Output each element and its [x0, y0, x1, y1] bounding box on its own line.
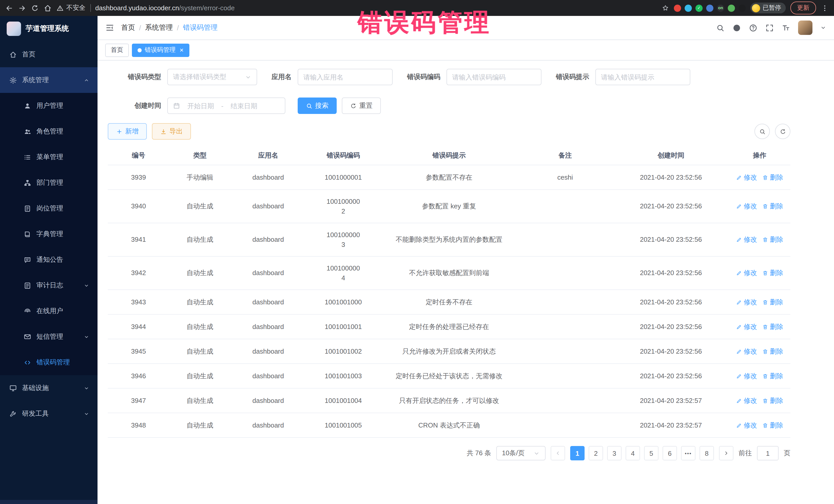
breadcrumb-item[interactable]: 系统管理 [145, 23, 173, 32]
sidebar-item-role[interactable]: 角色管理 [0, 118, 97, 144]
user-menu-caret[interactable] [820, 25, 826, 31]
page-ellipsis[interactable]: ••• [681, 446, 696, 460]
extension-color-grid[interactable] [706, 4, 714, 12]
browser-home-button[interactable] [44, 4, 52, 12]
column-header[interactable]: 应用名 [231, 150, 306, 160]
page-button-1[interactable]: 1 [570, 446, 585, 460]
edit-link[interactable]: 修改 [736, 201, 757, 212]
sidebar-fold-button[interactable] [105, 23, 114, 32]
font-size-button[interactable] [782, 23, 790, 32]
column-header[interactable]: 备注 [517, 150, 613, 160]
sidebar-item-menu[interactable]: 菜单管理 [0, 144, 97, 170]
column-header[interactable]: 错误码编码 [306, 150, 381, 160]
edit-link[interactable]: 修改 [736, 172, 757, 182]
browser-forward-button[interactable] [18, 4, 26, 12]
goto-page-input[interactable] [757, 446, 778, 460]
toggle-search-button[interactable] [754, 124, 770, 139]
sidebar-item-dict[interactable]: 字典管理 [0, 221, 97, 247]
delete-link[interactable]: 删除 [762, 297, 783, 307]
error-type-select[interactable]: 请选择错误码类型 [167, 69, 257, 85]
page-button-8[interactable]: 8 [700, 446, 714, 460]
sidebar-item-home[interactable]: 首页 [0, 42, 97, 67]
error-hint-input[interactable] [595, 69, 690, 85]
delete-link[interactable]: 删除 [762, 322, 783, 332]
edit-link[interactable]: 修改 [736, 396, 757, 406]
column-header[interactable]: 错误码提示 [381, 150, 517, 160]
date-range-picker[interactable]: - [167, 97, 285, 114]
edit-link[interactable]: 修改 [736, 297, 757, 307]
page-size-select[interactable]: 10条/页 [496, 446, 546, 460]
delete-link[interactable]: 删除 [762, 396, 783, 406]
sidebar-item-infra[interactable]: 基础设施 [0, 375, 97, 401]
browser-reload-button[interactable] [31, 4, 39, 12]
close-tab-icon[interactable]: × [180, 47, 183, 53]
delete-link[interactable]: 删除 [762, 201, 783, 212]
extension-blue-drop[interactable] [685, 4, 692, 12]
sidebar-item-post[interactable]: 岗位管理 [0, 196, 97, 221]
sidebar-item-user[interactable]: 用户管理 [0, 93, 97, 118]
forward-icon [18, 4, 26, 12]
tab-1[interactable]: 错误码管理× [132, 43, 189, 57]
next-page-button[interactable] [719, 446, 733, 460]
extension-red-circle[interactable] [674, 4, 681, 12]
search-icon [716, 23, 725, 32]
page-button-5[interactable]: 5 [644, 446, 658, 460]
edit-link[interactable]: 修改 [736, 420, 757, 430]
reset-button[interactable]: 重置 [342, 97, 381, 114]
search-button[interactable]: 搜索 [298, 97, 337, 114]
delete-link[interactable]: 删除 [762, 371, 783, 381]
sidebar-item-sms[interactable]: 短信管理 [0, 324, 97, 350]
sidebar-item-system[interactable]: 系统管理 [0, 67, 97, 93]
sidebar-item-errcode[interactable]: 错误码管理 [0, 350, 97, 375]
column-header[interactable]: 类型 [169, 150, 231, 160]
sidebar-item-devtool[interactable]: 研发工具 [0, 401, 97, 426]
sidebar-item-notice[interactable]: 通知公告 [0, 247, 97, 272]
help-button[interactable] [749, 23, 758, 32]
sidebar-item-online[interactable]: 在线用户 [0, 298, 97, 324]
column-header[interactable]: 编号 [108, 150, 169, 160]
tab-0[interactable]: 首页 [105, 43, 129, 57]
edit-link[interactable]: 修改 [736, 235, 757, 245]
export-button[interactable]: 导出 [152, 123, 191, 139]
security-chip[interactable]: 不安全 [57, 4, 85, 12]
chrome-update-button[interactable]: 更新 [790, 2, 816, 14]
page-button-3[interactable]: 3 [607, 446, 621, 460]
header-search-button[interactable] [716, 23, 725, 32]
error-code-input[interactable] [446, 69, 542, 85]
page-button-6[interactable]: 6 [663, 446, 677, 460]
edit-link[interactable]: 修改 [736, 346, 757, 356]
edit-link[interactable]: 修改 [736, 322, 757, 332]
app-name-input[interactable] [298, 69, 393, 85]
browser-back-button[interactable] [5, 4, 13, 12]
refresh-table-button[interactable] [775, 124, 790, 139]
delete-link[interactable]: 删除 [762, 346, 783, 356]
start-date-input[interactable] [184, 102, 218, 110]
sidebar-item-dept[interactable]: 部门管理 [0, 170, 97, 196]
extension-green-leaf[interactable] [728, 4, 735, 12]
prev-page-button[interactable] [551, 446, 565, 460]
edit-link[interactable]: 修改 [736, 268, 757, 278]
delete-link[interactable]: 删除 [762, 235, 783, 245]
page-button-4[interactable]: 4 [626, 446, 640, 460]
column-header[interactable]: 创建时间 [613, 150, 729, 160]
delete-link[interactable]: 删除 [762, 172, 783, 182]
profile-badge[interactable]: 已暂停 [750, 3, 786, 13]
chrome-menu-button[interactable] [821, 4, 829, 12]
add-button[interactable]: 新增 [108, 123, 147, 139]
end-date-input[interactable] [227, 102, 261, 110]
extension-green-check[interactable]: ✓ [696, 4, 703, 12]
user-avatar[interactable] [798, 21, 812, 35]
edit-link[interactable]: 修改 [736, 371, 757, 381]
fullscreen-button[interactable] [765, 23, 774, 32]
page-button-2[interactable]: 2 [589, 446, 603, 460]
extension-black-puzzle[interactable] [739, 4, 746, 12]
bookmark-star-button[interactable] [662, 4, 669, 12]
logo[interactable]: 芋道管理系统 [0, 16, 97, 42]
delete-link[interactable]: 删除 [762, 268, 783, 278]
extension-dark-on[interactable]: on [717, 4, 724, 12]
breadcrumb-item[interactable]: 首页 [121, 23, 135, 32]
column-header[interactable]: 操作 [729, 150, 790, 160]
github-button[interactable] [732, 23, 741, 32]
sidebar-item-audit[interactable]: 审计日志 [0, 272, 97, 298]
delete-link[interactable]: 删除 [762, 420, 783, 430]
